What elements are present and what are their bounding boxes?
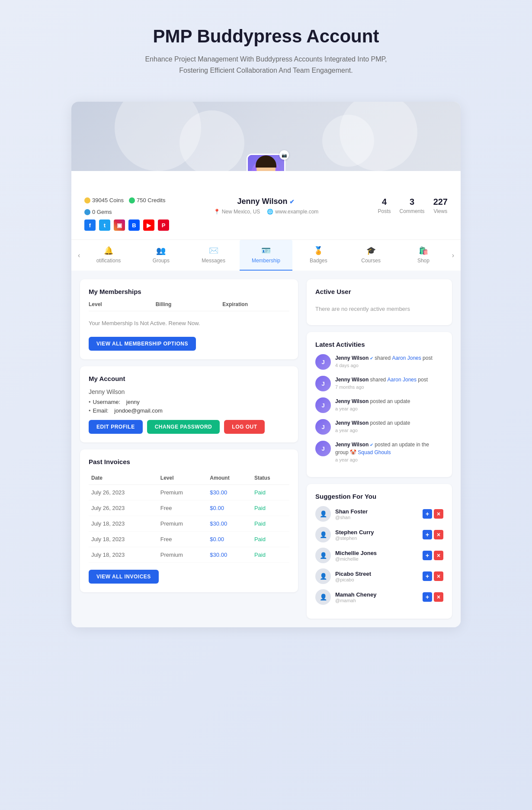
profile-center: Jenny Wilson ✔ 📍 New Mexico, US 🌐 www.ex… <box>210 197 322 215</box>
tab-membership[interactable]: 🪪 Membership <box>240 240 292 271</box>
verified-icon: ✔ <box>289 198 295 205</box>
instagram-btn[interactable]: ▣ <box>114 219 125 231</box>
credits-icon <box>129 197 135 203</box>
col-level: Level <box>158 471 208 485</box>
location-meta: 📍 New Mexico, US <box>214 209 260 215</box>
account-action-btns: EDIT PROFILE CHANGE PASSWORD LOG OUT <box>89 420 289 434</box>
add-friend-btn[interactable]: + <box>423 530 432 539</box>
cover-area: 📷 online <box>71 102 461 171</box>
invoice-status: Paid <box>252 532 289 547</box>
suggestion-info: Stephen Curry @stephen <box>335 529 418 541</box>
invoice-date: July 26, 2023 <box>89 485 158 500</box>
dismiss-btn[interactable]: × <box>434 592 443 602</box>
content-area: My Memberships Level Billing Expiration … <box>71 271 461 627</box>
activity-item: J Jenny Wilson ✔ shared Aaron Jones post… <box>315 354 443 370</box>
tab-groups[interactable]: 👥 Groups <box>135 240 187 271</box>
nav-left-arrow[interactable]: ‹ <box>76 247 82 264</box>
facebook-btn[interactable]: f <box>84 219 96 231</box>
membership-icon: 🪪 <box>261 246 271 255</box>
activity-time: 4 days ago <box>335 363 433 368</box>
dismiss-btn[interactable]: × <box>434 509 443 519</box>
website-meta: 🌐 www.example.com <box>267 209 318 215</box>
invoice-level: Free <box>158 500 208 516</box>
nav-right-arrow[interactable]: › <box>450 247 456 264</box>
behance-btn[interactable]: B <box>128 219 140 231</box>
activity-content: Jenny Wilson shared Aaron Jones post 7 m… <box>335 376 428 390</box>
suggestion-actions: + × <box>423 551 443 560</box>
nav-tabs: ‹ 🔔 otifications 👥 Groups ✉️ Messages 🪪 … <box>71 239 461 271</box>
invoice-table-header-row: Date Level Amount Status <box>89 471 289 485</box>
invoice-row: July 18, 2023 Premium $30.00 Paid <box>89 547 289 563</box>
invoice-amount: $30.00 <box>207 485 252 500</box>
activity-avatar: J <box>315 441 331 456</box>
website-icon: 🌐 <box>267 209 273 215</box>
pinterest-btn[interactable]: P <box>158 219 169 231</box>
account-name: Jenny Wilson <box>89 388 289 395</box>
view-all-invoices-btn[interactable]: VIEW ALL INVOICES <box>89 570 159 584</box>
invoice-status: Paid <box>252 500 289 516</box>
add-friend-btn[interactable]: + <box>423 551 432 560</box>
suggestion-item: 👤 Mamah Cheney @mamah + × <box>315 589 443 605</box>
invoice-date: July 26, 2023 <box>89 500 158 516</box>
gems-item: 0 Gems <box>84 209 112 215</box>
cover-deco-4 <box>322 115 374 167</box>
location-icon: 📍 <box>214 209 220 215</box>
notifications-icon: 🔔 <box>104 246 113 255</box>
active-user-card: Active User There are no recently active… <box>307 279 452 325</box>
activity-time: a year ago <box>335 457 443 462</box>
invoice-amount: $0.00 <box>207 500 252 516</box>
coin-row: 39045 Coins 750 Credits 0 Gems <box>84 197 197 215</box>
suggestion-actions: + × <box>423 571 443 581</box>
invoice-status: Paid <box>252 485 289 500</box>
dismiss-btn[interactable]: × <box>434 551 443 560</box>
twitter-btn[interactable]: t <box>99 219 110 231</box>
tab-courses[interactable]: 🎓 Courses <box>345 240 397 271</box>
tab-notifications[interactable]: 🔔 otifications <box>82 240 135 271</box>
email-label: Email: <box>93 407 109 414</box>
activity-item: J Jenny Wilson posted an update a year a… <box>315 397 443 413</box>
tab-shop[interactable]: 🛍️ Shop <box>397 240 449 271</box>
activity-content: Jenny Wilson posted an update a year ago <box>335 419 410 433</box>
tab-messages[interactable]: ✉️ Messages <box>187 240 240 271</box>
no-members-text: There are no recently active members <box>315 301 443 316</box>
activity-time: a year ago <box>335 428 410 433</box>
youtube-btn[interactable]: ▶ <box>143 219 154 231</box>
add-friend-btn[interactable]: + <box>423 571 432 581</box>
activity-avatar: J <box>315 419 331 435</box>
invoice-row: July 18, 2023 Free $0.00 Paid <box>89 532 289 547</box>
page-title: PMP Buddypress Account <box>9 26 523 47</box>
suggestion-name: Stephen Curry <box>335 529 418 536</box>
suggestion-info: Mamah Cheney @mamah <box>335 591 418 603</box>
social-row: f t ▣ B ▶ P <box>84 219 197 231</box>
activity-avatar: J <box>315 354 331 370</box>
content-main: My Memberships Level Billing Expiration … <box>80 279 298 619</box>
view-membership-options-btn[interactable]: VIEW ALL MEMBERSHIP OPTIONS <box>89 337 196 351</box>
add-friend-btn[interactable]: + <box>423 509 432 519</box>
gems-value: 0 Gems <box>92 209 112 215</box>
dismiss-btn[interactable]: × <box>434 571 443 581</box>
posts-stat: 4 Posts <box>378 197 391 215</box>
dismiss-btn[interactable]: × <box>434 530 443 539</box>
edit-profile-btn[interactable]: EDIT PROFILE <box>89 420 143 434</box>
suggestion-name: Mamah Cheney <box>335 591 418 598</box>
activity-text: Jenny Wilson ✔ shared Aaron Jones post <box>335 354 433 362</box>
suggestion-item: 👤 Michellie Jones @michellie + × <box>315 548 443 563</box>
activity-item: J Jenny Wilson posted an update a year a… <box>315 419 443 435</box>
username-detail: • Username: jenny <box>89 399 289 405</box>
page-wrapper: PMP Buddypress Account Enhance Project M… <box>9 17 523 627</box>
activities-title: Latest Activities <box>315 341 443 348</box>
suggestions-card: Suggestion For You 👤 Shan Foster @shan +… <box>307 484 452 619</box>
activities-list: J Jenny Wilson ✔ shared Aaron Jones post… <box>315 354 443 462</box>
membership-table-header: Level Billing Expiration <box>89 301 289 311</box>
invoice-status: Paid <box>252 547 289 563</box>
cover-deco-2 <box>179 110 244 171</box>
suggestion-item: 👤 Shan Foster @shan + × <box>315 506 443 522</box>
add-friend-btn[interactable]: + <box>423 592 432 602</box>
change-password-btn[interactable]: CHANGE PASSWORD <box>147 420 220 434</box>
suggestion-info: Picabo Street @picabo <box>335 571 418 582</box>
camera-icon[interactable]: 📷 <box>279 150 289 160</box>
logout-btn[interactable]: LOG OUT <box>224 420 265 434</box>
profile-section: 39045 Coins 750 Credits 0 Gems f t ▣ <box>71 171 461 239</box>
invoice-level: Premium <box>158 516 208 532</box>
tab-badges[interactable]: 🏅 Badges <box>292 240 345 271</box>
